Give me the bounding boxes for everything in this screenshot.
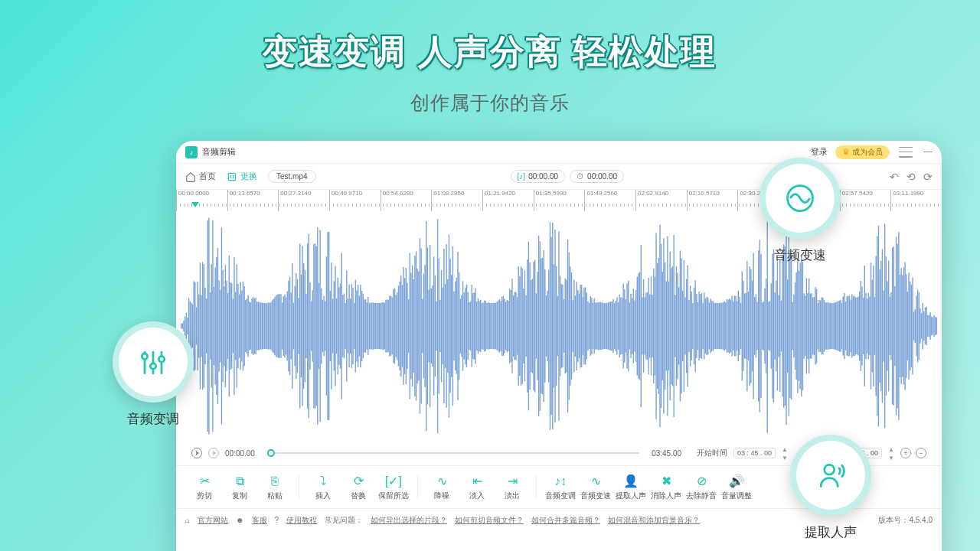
copy-icon: ⧉ — [236, 474, 244, 489]
end-down[interactable]: ▼ — [888, 455, 894, 461]
zoom-out-button[interactable]: − — [916, 448, 926, 458]
tool-keepsel[interactable]: [✓]保留所选 — [376, 474, 411, 501]
ruler-tick: 01:21.9420 — [482, 190, 534, 211]
crown-icon: ♛ — [842, 147, 850, 157]
tool-speed[interactable]: ∿音频变速 — [578, 474, 613, 501]
minimize-button[interactable] — [923, 152, 933, 153]
tool-pitch[interactable]: ♪↕音频变调 — [543, 474, 578, 501]
svg-point-604 — [142, 354, 147, 359]
faq-link-3[interactable]: 如何合并多篇音频？ — [531, 515, 600, 526]
removev-icon: ✖ — [662, 474, 671, 489]
tool-fadein[interactable]: ⇤淡入 — [459, 474, 495, 501]
tab-change[interactable]: 更换 — [227, 171, 257, 182]
tool-noise[interactable]: ∿降噪 — [424, 474, 459, 501]
seek-handle[interactable] — [267, 449, 275, 457]
ruler-tick: 01:08.2850 — [431, 190, 482, 211]
badge-label: 提取人声 — [785, 523, 877, 541]
noise-icon: ∿ — [437, 474, 447, 489]
ruler-tick: 03:11.1990 — [890, 190, 942, 211]
badge-label: 音频变调 — [107, 410, 199, 428]
scrub-time-start: 00:00.00 — [225, 449, 255, 458]
feature-badge-speed: 音频变速 — [754, 158, 846, 269]
tool-paste[interactable]: ⎘粘贴 — [257, 474, 292, 501]
fadein-icon: ⇤ — [472, 474, 482, 489]
keepsel-icon: [✓] — [385, 474, 402, 489]
ruler-tick: 00:13.6570 — [227, 190, 279, 211]
faq-link-2[interactable]: 如何剪切音频文件？ — [455, 515, 524, 526]
ruler-tick: 02:57.5420 — [840, 190, 891, 211]
start-time-label: 开始时间 — [697, 448, 727, 458]
tool-removev[interactable]: ✖消除人声 — [648, 474, 684, 501]
faq-link-1[interactable]: 如何导出选择的片段？ — [371, 515, 447, 526]
swap-icon — [227, 171, 237, 182]
seek-track[interactable] — [267, 452, 639, 454]
tab-home[interactable]: 首页 — [185, 171, 216, 182]
tool-fadeout[interactable]: ⇥淡出 — [495, 474, 530, 501]
hero-subtitle: 创作属于你的音乐 — [0, 90, 980, 116]
hero-title: 变速变调 人声分离 轻松处理 — [0, 0, 980, 75]
undo-all-button[interactable]: ↶ — [890, 171, 899, 183]
equalizer-icon — [136, 345, 170, 379]
tool-silence[interactable]: ⊘去除静音 — [684, 474, 719, 501]
feature-badge-pitch: 音频变调 — [107, 321, 199, 433]
tool-replace[interactable]: ⟳替换 — [341, 474, 376, 501]
tool-extract[interactable]: 👤提取人声 — [613, 474, 648, 501]
end-up[interactable]: ▲ — [888, 446, 894, 453]
help-icon: ? — [275, 516, 279, 524]
ruler-tick: 02:02.9140 — [635, 190, 687, 211]
history-controls: ↶ ⟲ ⟳ — [890, 171, 933, 183]
speed-icon: ∿ — [591, 474, 601, 489]
faq-label: 常见问题： — [325, 515, 363, 526]
redo-button[interactable]: ⟳ — [923, 171, 933, 183]
svg-rect-0 — [228, 173, 235, 180]
extract-icon: 👤 — [623, 474, 639, 489]
customer-service-link[interactable]: 客服 — [252, 515, 267, 526]
replace-icon: ⟳ — [354, 474, 364, 489]
official-site-link[interactable]: 官方网站 — [198, 515, 228, 526]
scrub-time-end: 03:45.00 — [652, 449, 681, 458]
tool-volume[interactable]: 🔊音量调整 — [719, 474, 754, 501]
silence-icon: ⊘ — [697, 474, 707, 489]
undo-button[interactable]: ⟲ — [906, 171, 916, 183]
cut-icon: ✂ — [200, 474, 210, 489]
zoom-in-button[interactable]: + — [900, 448, 911, 458]
faq-link-4[interactable]: 如何混音和添加背景音乐？ — [608, 515, 700, 526]
ruler-tick: 00:40.9710 — [329, 190, 381, 211]
start-time-field[interactable]: 03 : 45 . 00 — [733, 448, 776, 458]
home-icon: ⌂ — [185, 516, 190, 524]
play-selection-button[interactable] — [208, 448, 219, 458]
svg-point-608 — [825, 465, 835, 474]
home-icon — [185, 171, 196, 182]
app-icon: ♪ — [185, 146, 198, 158]
login-button[interactable]: 登录 — [811, 146, 828, 158]
svg-point-605 — [150, 364, 155, 369]
ruler-tick: 02:16.5710 — [687, 190, 738, 211]
svg-point-606 — [158, 357, 164, 362]
paste-icon: ⎘ — [271, 474, 279, 489]
tool-insert[interactable]: ⤵插入 — [305, 474, 341, 501]
ruler-tick: 00:27.3140 — [278, 190, 329, 211]
vip-button[interactable]: ♛成为会员 — [835, 145, 890, 159]
volume-icon: 🔊 — [729, 474, 744, 489]
tool-cut[interactable]: ✂剪切 — [187, 474, 222, 501]
ruler-tick: 01:49.2560 — [584, 190, 635, 211]
fadeout-icon: ⇥ — [508, 474, 518, 489]
badge-label: 音频变速 — [754, 246, 846, 264]
file-chip[interactable]: Test.mp4 — [268, 170, 316, 183]
ruler-tick: 01:35.5990 — [534, 190, 585, 211]
hamburger-menu-icon[interactable] — [899, 147, 913, 158]
ruler-tick: 00:00.0000 — [176, 190, 227, 211]
tutorial-link[interactable]: 使用教程 — [286, 515, 317, 526]
version-label: 版本号：4.5.4.0 — [878, 515, 933, 526]
time-range-start[interactable]: [♪]00:00.00 — [511, 170, 566, 183]
tool-copy[interactable]: ⧉复制 — [222, 474, 257, 501]
app-name: 音频剪辑 — [202, 146, 236, 158]
time-range-end[interactable]: ⏱00:00.00 — [570, 170, 624, 183]
play-button[interactable] — [191, 448, 202, 458]
insert-icon: ⤵ — [320, 474, 326, 489]
headset-icon: ☻ — [236, 516, 244, 524]
feature-badge-vocal: 提取人声 — [785, 435, 877, 546]
pitch-icon: ♪↕ — [554, 474, 567, 489]
vocal-icon — [814, 458, 848, 492]
wave-icon — [783, 181, 817, 215]
